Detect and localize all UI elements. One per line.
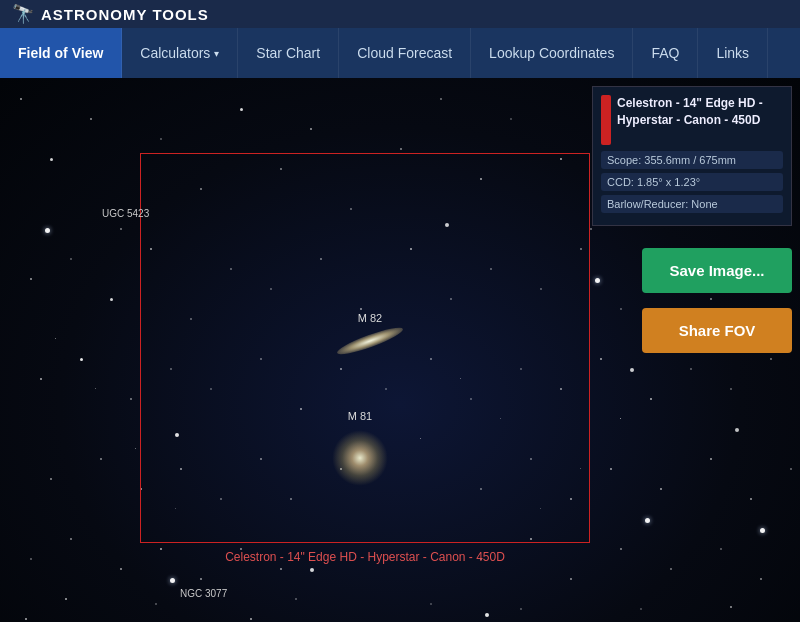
nav-item-fov[interactable]: Field of View: [0, 28, 122, 78]
nav-label-calculators: Calculators: [140, 45, 210, 61]
site-name: ASTRONOMY TOOLS: [41, 6, 209, 23]
galaxy-m82: M 82: [330, 328, 410, 353]
info-panel-title: Celestron - 14" Edge HD - Hyperstar - Ca…: [617, 95, 763, 129]
share-fov-button[interactable]: Share FOV: [642, 308, 792, 353]
save-image-button[interactable]: Save Image...: [642, 248, 792, 293]
nav-item-links[interactable]: Links: [698, 28, 768, 78]
info-ccd: CCD: 1.85° x 1.23°: [601, 173, 783, 191]
galaxy-m81-glow: [332, 430, 388, 486]
info-panel-title-row: Celestron - 14" Edge HD - Hyperstar - Ca…: [601, 95, 783, 145]
nav-label-links: Links: [716, 45, 749, 61]
nav-item-star-chart[interactable]: Star Chart: [238, 28, 339, 78]
main-view: Celestron - 14" Edge HD - Hyperstar - Ca…: [0, 78, 800, 622]
main-nav: Field of View Calculators ▾ Star Chart C…: [0, 28, 800, 78]
info-barlow: Barlow/Reducer: None: [601, 195, 783, 213]
info-scope: Scope: 355.6mm / 675mm: [601, 151, 783, 169]
galaxy-m81: M 81: [330, 428, 390, 488]
info-panel: Celestron - 14" Edge HD - Hyperstar - Ca…: [592, 86, 792, 226]
nav-item-faq[interactable]: FAQ: [633, 28, 698, 78]
nav-label-star-chart: Star Chart: [256, 45, 320, 61]
label-ngc3077: NGC 3077: [180, 588, 227, 599]
nav-label-lookup-coordinates: Lookup Coordinates: [489, 45, 614, 61]
nav-item-lookup-coordinates[interactable]: Lookup Coordinates: [471, 28, 633, 78]
nav-label-fov: Field of View: [18, 45, 103, 61]
label-ugc5423: UGC 5423: [102, 208, 149, 219]
nav-item-cloud-forecast[interactable]: Cloud Forecast: [339, 28, 471, 78]
logo-icon: 🔭: [12, 3, 35, 25]
fov-color-bar: [601, 95, 611, 145]
galaxy-m81-label: M 81: [348, 410, 372, 422]
galaxy-m82-label: M 82: [358, 312, 382, 324]
site-header: 🔭 ASTRONOMY TOOLS: [0, 0, 800, 28]
chevron-down-icon: ▾: [214, 48, 219, 59]
nav-label-cloud-forecast: Cloud Forecast: [357, 45, 452, 61]
galaxy-m82-body: [335, 323, 405, 358]
nav-item-calculators[interactable]: Calculators ▾: [122, 28, 238, 78]
nav-label-faq: FAQ: [651, 45, 679, 61]
site-logo: 🔭 ASTRONOMY TOOLS: [12, 3, 209, 25]
